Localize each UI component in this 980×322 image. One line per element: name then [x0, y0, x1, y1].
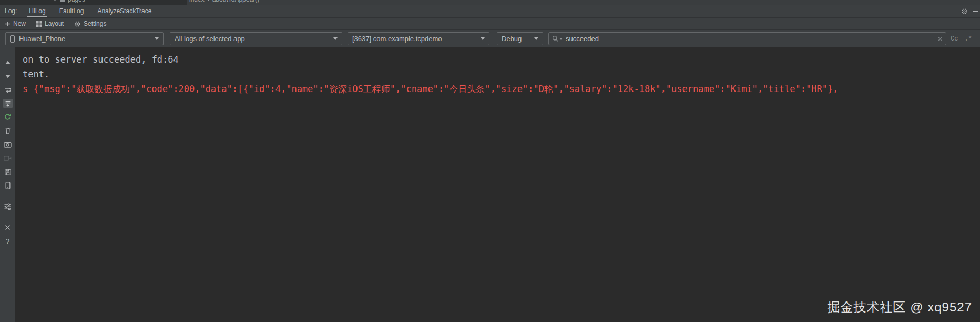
plus-icon	[5, 21, 11, 27]
scroll-to-end-button[interactable]	[3, 99, 13, 108]
device-view-button[interactable]	[3, 181, 13, 190]
chevron-down-icon	[534, 37, 538, 40]
chevron-down-icon	[481, 37, 485, 40]
breadcrumb-symbol[interactable]: aboutToAppear()	[212, 0, 259, 3]
device-select[interactable]: Huawei_Phone	[5, 32, 164, 45]
help-button[interactable]: ?	[3, 237, 13, 246]
restart-icon	[4, 113, 12, 121]
video-camera-icon	[4, 155, 12, 162]
log-line-error: s {"msg":"获取数据成功","code":200,"data":[{"i…	[23, 82, 980, 96]
process-select[interactable]: [3637] com.example.tcpdemo	[348, 32, 489, 45]
gear-icon[interactable]	[961, 8, 968, 15]
process-select-value: [3637] com.example.tcpdemo	[352, 35, 476, 43]
tab-analyzestacktrace[interactable]: AnalyzeStackTrace	[96, 5, 153, 17]
breadcrumb-strip: index aboutToAppear()	[187, 0, 980, 5]
hide-panel-icon[interactable]	[973, 11, 978, 12]
clear-search-icon[interactable]	[937, 36, 943, 42]
down-arrow-icon	[5, 74, 11, 78]
match-case-toggle[interactable]: Cc	[951, 35, 958, 43]
action-toolbar: New Layout Settings	[0, 18, 980, 30]
layout-button-label: Layout	[45, 20, 64, 27]
chevron-right-icon	[207, 0, 210, 2]
log-source-select[interactable]: All logs of selected app	[170, 32, 342, 45]
screenshot-button[interactable]	[3, 140, 13, 149]
scroll-to-end-icon	[4, 100, 12, 107]
log-output[interactable]: on to server succeeded, fd:64 tent. s {"…	[15, 47, 980, 322]
layout-button[interactable]: Layout	[36, 20, 64, 27]
rail-divider	[3, 196, 13, 196]
search-icon	[552, 35, 559, 42]
device-icon	[5, 182, 11, 189]
log-source-value: All logs of selected app	[175, 35, 329, 43]
tab-faultlog[interactable]: FaultLog	[58, 5, 86, 17]
log-tabbar: Log: HiLog FaultLog AnalyzeStackTrace	[0, 5, 980, 18]
save-icon	[4, 168, 12, 176]
search-history-chevron-icon[interactable]	[559, 38, 563, 40]
screen-record-button[interactable]	[3, 154, 13, 163]
rail-divider	[3, 217, 13, 217]
grid-icon	[36, 21, 42, 27]
close-panel-button[interactable]	[3, 223, 13, 232]
up-arrow-icon	[5, 61, 11, 65]
settings-button-label: Settings	[84, 20, 106, 27]
new-button[interactable]: New	[5, 20, 26, 27]
scroll-down-button[interactable]	[3, 72, 13, 80]
help-icon: ?	[6, 238, 9, 245]
chevron-down-icon	[155, 37, 159, 40]
settings-button[interactable]: Settings	[74, 20, 106, 27]
watermark: 掘金技术社区 @ xq9527	[828, 299, 972, 316]
project-tree-strip: pages	[0, 0, 187, 5]
trash-icon	[4, 127, 12, 135]
clear-log-button[interactable]	[3, 126, 13, 135]
gear-icon	[74, 21, 81, 27]
chevron-down-icon	[53, 0, 57, 1]
phone-icon	[10, 35, 15, 43]
camera-icon	[4, 141, 12, 148]
log-level-value: Debug	[502, 35, 530, 43]
soft-wrap-icon	[4, 86, 12, 94]
filter-bar: Huawei_Phone All logs of selected app [3…	[0, 30, 980, 47]
soft-wrap-button[interactable]	[3, 85, 13, 94]
log-line: tent.	[23, 67, 980, 82]
log-label: Log:	[5, 7, 17, 15]
log-line: on to server succeeded, fd:64	[23, 52, 980, 67]
restart-button[interactable]	[3, 113, 13, 122]
folder-icon	[60, 0, 65, 2]
log-config-button[interactable]	[3, 202, 13, 211]
tab-hilog[interactable]: HiLog	[27, 5, 47, 17]
scroll-up-button[interactable]	[3, 58, 13, 67]
tree-item-pages[interactable]: pages	[68, 0, 85, 3]
log-toolbar-rail: ?	[0, 47, 15, 322]
search-box[interactable]	[548, 32, 946, 45]
sliders-icon	[4, 203, 12, 210]
close-icon	[5, 225, 11, 230]
top-strip: pages index aboutToAppear()	[0, 0, 980, 5]
breadcrumb: index aboutToAppear()	[189, 0, 259, 3]
breadcrumb-file[interactable]: index	[189, 0, 205, 3]
export-log-button[interactable]	[3, 167, 13, 176]
device-select-value: Huawei_Phone	[19, 35, 150, 43]
regex-toggle[interactable]: .*	[964, 35, 972, 43]
log-body: ? on to server succeeded, fd:64 tent. s …	[0, 47, 980, 322]
new-button-label: New	[13, 20, 26, 27]
chevron-down-icon	[333, 37, 338, 40]
log-level-select[interactable]: Debug	[497, 32, 543, 45]
search-input[interactable]	[566, 35, 937, 43]
